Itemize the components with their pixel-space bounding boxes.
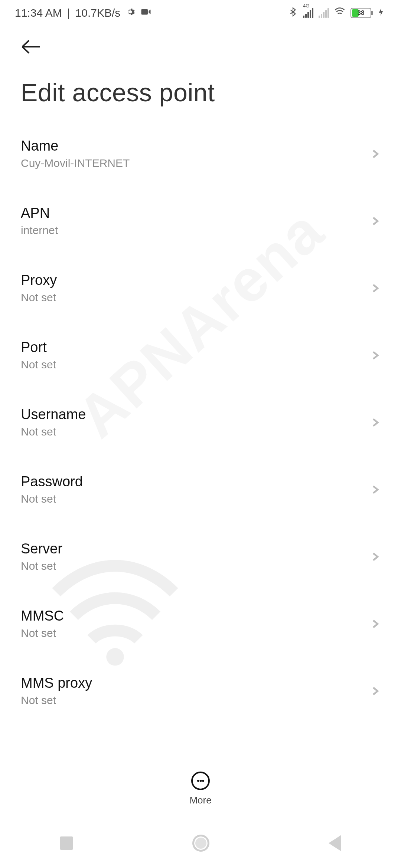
status-separator: | xyxy=(67,7,70,19)
gear-icon xyxy=(125,7,135,19)
field-value: Not set xyxy=(21,627,370,640)
status-bar: 11:34 AM | 10.7KB/s 4G xyxy=(0,0,401,26)
system-nav-bar xyxy=(0,818,401,868)
field-apn[interactable]: APN internet xyxy=(0,187,401,254)
field-label: Port xyxy=(21,339,370,355)
chevron-right-icon xyxy=(370,283,380,293)
field-username[interactable]: Username Not set xyxy=(0,389,401,456)
status-time: 11:34 AM xyxy=(15,7,62,19)
wifi-icon xyxy=(334,6,345,20)
more-icon: ••• xyxy=(191,772,210,790)
chevron-right-icon xyxy=(370,552,380,562)
field-label: MMSC xyxy=(21,608,370,624)
battery-icon: 38 xyxy=(351,8,371,18)
page-title: Edit access point xyxy=(0,67,401,120)
field-server[interactable]: Server Not set xyxy=(0,523,401,590)
chevron-right-icon xyxy=(370,619,380,629)
field-value: Cuy-Movil-INTERNET xyxy=(21,157,370,170)
more-button[interactable]: ••• More xyxy=(0,772,401,806)
field-proxy[interactable]: Proxy Not set xyxy=(0,254,401,322)
chevron-right-icon xyxy=(370,686,380,696)
signal-bars-4g-icon: 4G xyxy=(303,8,313,18)
nav-recents-button[interactable] xyxy=(60,836,73,850)
nav-back-button[interactable] xyxy=(329,835,341,851)
field-label: Name xyxy=(21,138,370,154)
field-value: Not set xyxy=(21,425,370,438)
field-value: Not set xyxy=(21,694,370,707)
more-label: More xyxy=(0,795,401,806)
field-value: Not set xyxy=(21,291,370,304)
bluetooth-icon xyxy=(288,7,298,19)
svg-rect-0 xyxy=(141,9,148,14)
charging-icon xyxy=(376,7,386,19)
chevron-right-icon xyxy=(370,216,380,226)
field-value: Not set xyxy=(21,493,370,505)
field-label: MMS proxy xyxy=(21,675,370,691)
field-mmsc[interactable]: MMSC Not set xyxy=(0,590,401,657)
field-name[interactable]: Name Cuy-Movil-INTERNET xyxy=(0,120,401,187)
signal-bars-nosim-icon xyxy=(319,8,329,18)
status-net-speed: 10.7KB/s xyxy=(75,7,121,19)
chevron-right-icon xyxy=(370,149,380,159)
back-button[interactable] xyxy=(21,36,43,58)
chevron-right-icon xyxy=(370,417,380,428)
nav-home-button[interactable] xyxy=(192,835,209,852)
field-label: Password xyxy=(21,474,370,490)
field-value: Not set xyxy=(21,358,370,371)
settings-list: Name Cuy-Movil-INTERNET APN internet Pro… xyxy=(0,120,401,724)
field-label: Server xyxy=(21,541,370,557)
field-port[interactable]: Port Not set xyxy=(0,322,401,389)
chevron-right-icon xyxy=(370,484,380,495)
field-value: internet xyxy=(21,224,370,237)
field-label: Username xyxy=(21,407,370,423)
field-value: Not set xyxy=(21,560,370,572)
field-label: Proxy xyxy=(21,272,370,288)
camera-icon xyxy=(140,6,151,20)
chevron-right-icon xyxy=(370,350,380,361)
field-password[interactable]: Password Not set xyxy=(0,456,401,523)
field-mms-proxy[interactable]: MMS proxy Not set xyxy=(0,657,401,724)
field-label: APN xyxy=(21,205,370,221)
